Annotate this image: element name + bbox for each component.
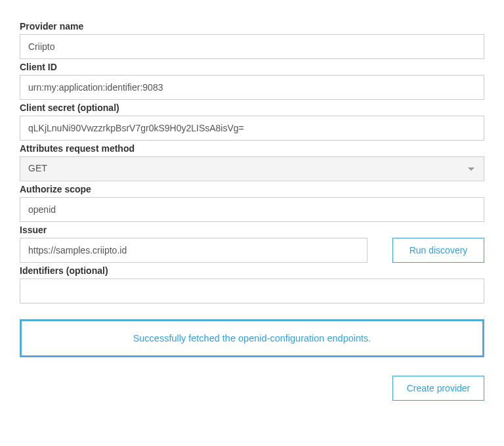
provider-name-input[interactable] (20, 34, 484, 59)
attributes-method-value: GET (28, 162, 47, 175)
spacer (368, 238, 392, 263)
identifiers-label: Identifiers (optional) (20, 265, 484, 276)
attributes-method-group: Attributes request method GET (20, 143, 484, 181)
client-secret-group: Client secret (optional) (20, 102, 484, 141)
issuer-row: Run discovery (20, 238, 484, 263)
provider-name-label: Provider name (20, 21, 484, 32)
client-id-label: Client ID (20, 62, 484, 72)
authorize-scope-group: Authorize scope (20, 184, 484, 222)
create-provider-button[interactable]: Create provider (392, 376, 484, 401)
chevron-down-icon (468, 167, 474, 171)
client-secret-input[interactable] (20, 116, 484, 141)
issuer-input[interactable] (20, 238, 368, 263)
success-alert: Successfully fetched the openid-configur… (20, 319, 484, 357)
success-alert-text: Successfully fetched the openid-configur… (133, 333, 371, 344)
client-id-group: Client ID (20, 62, 484, 100)
run-discovery-button[interactable]: Run discovery (392, 238, 484, 263)
identifiers-input[interactable] (20, 279, 484, 303)
provider-config-form: Provider name Client ID Client secret (o… (20, 21, 484, 401)
client-secret-label: Client secret (optional) (20, 102, 484, 113)
issuer-label: Issuer (20, 225, 484, 235)
attributes-method-label: Attributes request method (20, 143, 484, 154)
identifiers-group: Identifiers (optional) (20, 265, 484, 303)
client-id-input[interactable] (20, 75, 484, 100)
footer-actions: Create provider (20, 376, 484, 401)
provider-name-group: Provider name (20, 21, 484, 59)
authorize-scope-label: Authorize scope (20, 184, 484, 194)
issuer-group: Issuer Run discovery (20, 225, 484, 263)
authorize-scope-input[interactable] (20, 197, 484, 222)
attributes-method-select[interactable]: GET (20, 156, 484, 181)
